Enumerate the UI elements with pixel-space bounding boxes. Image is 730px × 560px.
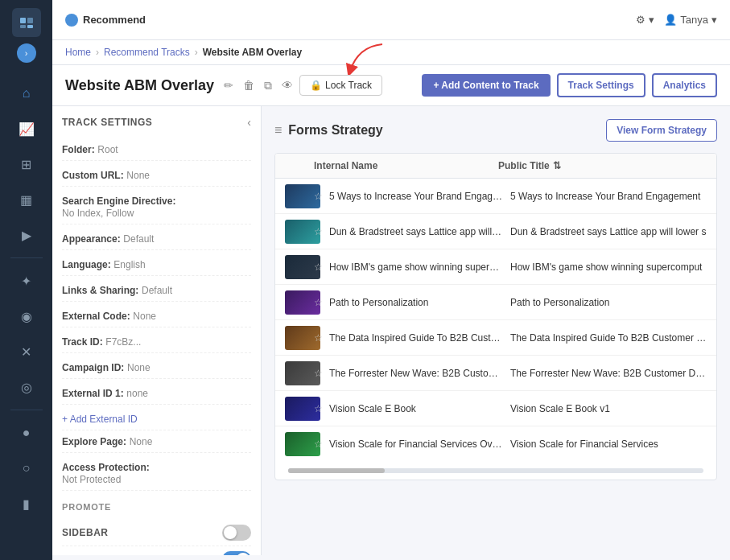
external-id-row: External ID 1: none	[62, 382, 251, 405]
breadcrumb-home[interactable]: Home	[65, 47, 91, 58]
forms-title-text: Forms Strategy	[288, 123, 382, 138]
external-id-label: External ID 1:	[62, 388, 124, 399]
table-row[interactable]: ☆ The Data Inspired Guide To B2B Custome…	[275, 320, 716, 356]
cell-public-title: The Forrester New Wave: B2B Customer Dat…	[510, 368, 707, 379]
sidebar-item-tag[interactable]: ✕	[10, 336, 43, 368]
right-panel: ≡ Forms Strategy View Form Strategy Inte…	[262, 106, 730, 555]
collapse-button[interactable]: ‹	[247, 116, 251, 129]
external-id-value: none	[126, 388, 148, 399]
sidebar-item-circle[interactable]: ◎	[10, 371, 43, 403]
internal-name-text: 5 Ways to Increase Your Brand Engagem...	[329, 191, 504, 202]
sidebar-item-globe[interactable]: ○	[10, 452, 43, 484]
topnav-right: ⚙ ▾ 👤 Tanya ▾	[636, 14, 717, 26]
language-value: English	[113, 259, 145, 270]
page-title: Website ABM Overlay	[65, 77, 214, 94]
internal-name-text: The Data Inspired Guide To B2B Custome..…	[329, 332, 504, 344]
sidebar-item-grid[interactable]: ▦	[10, 183, 43, 216]
delete-button[interactable]: 🗑	[240, 76, 258, 95]
table-row[interactable]: ☆ How IBM's game show winning superco...…	[275, 249, 716, 285]
breadcrumb-current: Website ABM Overlay	[203, 47, 302, 58]
cell-internal-name: ☆ Vision Scale for Financial Services Ov…	[314, 439, 510, 450]
add-external-id-link[interactable]: + Add External ID	[62, 414, 138, 425]
sidebar-item-modules[interactable]: ⊞	[10, 148, 43, 180]
star-icon[interactable]: ☆	[314, 297, 323, 308]
seo-value: No Index, Follow	[62, 208, 134, 219]
links-label: Links & Sharing:	[62, 285, 138, 296]
star-icon[interactable]: ☆	[314, 332, 323, 344]
table-col-internal-name: Internal Name	[314, 160, 498, 171]
sidebar-item-analytics[interactable]: 📈	[10, 113, 43, 145]
table-scrollbar	[275, 462, 716, 480]
table-row[interactable]: ☆ Vision Scale E Book Vision Scale E Boo…	[275, 391, 716, 426]
explore-page-row: Explore Page: None	[62, 430, 251, 453]
breadcrumb-tracks[interactable]: Recommend Tracks	[104, 47, 190, 58]
brand-text: Recommend	[83, 14, 146, 26]
sidebar-item-video[interactable]: ▶	[10, 219, 43, 251]
language-label: Language:	[62, 259, 111, 270]
table-rows-container: ☆ 5 Ways to Increase Your Brand Engagem.…	[275, 179, 716, 462]
campaign-id-value: None	[127, 362, 151, 373]
links-row: Links & Sharing: Default	[62, 279, 251, 302]
analytics-button[interactable]: Analytics	[652, 73, 717, 97]
cell-internal-name: ☆ 5 Ways to Increase Your Brand Engagem.…	[314, 191, 510, 202]
star-icon[interactable]: ☆	[314, 439, 323, 450]
star-icon[interactable]: ☆	[314, 368, 323, 379]
table-row[interactable]: ☆ Path to Personalization Path to Person…	[275, 285, 716, 320]
star-icon[interactable]: ☆	[314, 403, 323, 414]
table-header: Internal Name Public Title ⇅	[275, 154, 716, 179]
brand-dot	[65, 14, 78, 27]
forms-strategy-header: ≡ Forms Strategy View Form Strategy	[274, 119, 717, 142]
table-row[interactable]: ☆ Vision Scale for Financial Services Ov…	[275, 426, 716, 462]
access-protection-value: Not Protected	[62, 474, 121, 485]
table-row[interactable]: ☆ The Forrester New Wave: B2B Customer .…	[275, 356, 716, 391]
seo-label: Search Engine Directive:	[62, 196, 175, 207]
star-icon[interactable]: ☆	[314, 191, 323, 202]
sidebar-label: SIDEBAR	[62, 527, 109, 538]
sidebar-item-play[interactable]: ◉	[10, 300, 43, 332]
brand-logo	[12, 8, 41, 37]
settings-menu[interactable]: ⚙ ▾	[636, 14, 654, 26]
sidebar-item-person[interactable]: ●	[10, 417, 43, 449]
sidebar-toggle-switch[interactable]	[222, 525, 251, 541]
sidebar-item-bar[interactable]: ▮	[10, 488, 43, 520]
preview-eye-button[interactable]: 👁	[278, 76, 296, 95]
svg-rect-2	[20, 25, 26, 28]
user-icon: 👤	[664, 14, 677, 26]
appearance-row: Appearance: Default	[62, 228, 251, 250]
custom-url-label: Custom URL:	[62, 170, 124, 181]
sidebar-toggle[interactable]: ›	[17, 43, 36, 63]
external-code-value: None	[133, 311, 156, 322]
sort-icon[interactable]: ⇅	[553, 160, 561, 171]
star-icon[interactable]: ☆	[314, 226, 323, 237]
access-protection-row: Access Protection: Not Protected	[62, 456, 251, 491]
brand-name: Recommend	[65, 14, 146, 27]
table-row[interactable]: ☆ 5 Ways to Increase Your Brand Engagem.…	[275, 179, 716, 214]
internal-name-text: Path to Personalization	[329, 297, 428, 308]
topic-sidebar-toggle-knob	[237, 553, 250, 555]
custom-url-row: Custom URL: None	[62, 164, 251, 187]
svg-rect-0	[20, 18, 26, 23]
cell-public-title: 5 Ways to Increase Your Brand Engagement	[510, 191, 707, 202]
user-name: Tanya	[680, 14, 708, 26]
public-title-header: Public Title	[498, 160, 550, 171]
table-row[interactable]: ☆ Dun & Bradstreet says Lattice app will…	[275, 214, 716, 249]
sidebar-item-tools[interactable]: ✦	[10, 265, 43, 297]
cell-public-title: Path to Personalization	[510, 297, 707, 308]
cell-internal-name: ☆ Vision Scale E Book	[314, 403, 510, 414]
copy-button[interactable]: ⧉	[261, 76, 275, 96]
view-form-strategy-button[interactable]: View Form Strategy	[606, 119, 717, 142]
lock-btn-label: Lock Track	[325, 80, 372, 91]
edit-button[interactable]: ✏	[221, 76, 237, 95]
sidebar-item-home[interactable]: ⌂	[10, 77, 43, 109]
folder-value: Root	[97, 144, 118, 155]
topic-sidebar-toggle-switch[interactable]	[222, 551, 251, 555]
user-menu[interactable]: 👤 Tanya ▾	[664, 14, 717, 26]
table-col-thumb	[285, 160, 314, 171]
track-settings-button[interactable]: Track Settings	[557, 73, 645, 97]
lock-track-button[interactable]: 🔒 Lock Track	[299, 75, 382, 96]
gear-icon: ⚙	[636, 14, 645, 26]
external-code-row: External Code: None	[62, 305, 251, 327]
add-content-button[interactable]: + Add Content to Track	[422, 74, 550, 97]
star-icon[interactable]: ☆	[314, 261, 323, 273]
forms-title: ≡ Forms Strategy	[274, 123, 383, 138]
